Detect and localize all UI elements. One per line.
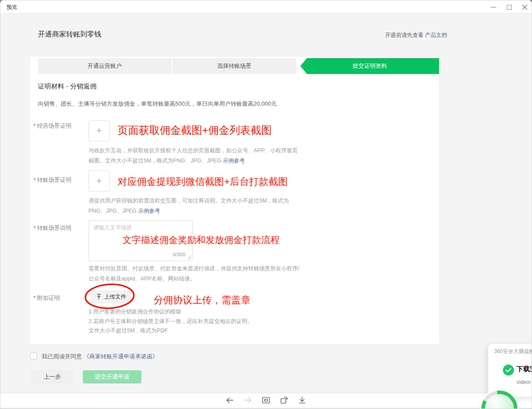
download-icon [297,395,307,405]
required-asterisk: * [33,295,36,301]
close-button[interactable] [518,0,531,14]
doc-hint-text: 开通前请先查看 [385,32,424,38]
minimize-icon [491,7,496,7]
fit-window-button[interactable] [261,395,271,405]
check-circle-icon [503,365,514,376]
back-icon [225,395,235,405]
required-asterisk: * [33,177,36,183]
doc-hint-row: 开通前请先查看 产品文档 [385,32,447,39]
agreement-checkbox[interactable] [30,353,37,359]
commitment-letter-link[interactable]: 《商家转账开通申请承诺函》 [84,353,158,360]
forward-icon [243,395,253,405]
help-business-scene: 与收款方互动，并获取收款方授权个人信息的页面截图，如公众号、APP、小程序首页 … [89,146,298,166]
close-icon [522,4,528,10]
field-label-additional-proof: *附加证明 [33,294,60,302]
minimize-button[interactable] [487,0,500,14]
field-label-transfer-scene-proof: *转账场景证明 [33,176,71,184]
product-doc-link[interactable]: 产品文档 [425,32,447,38]
section-title: 证明材料 - 分销返佣 [38,82,96,91]
back-button[interactable] [225,395,235,405]
help-additional-proof: 1.用户签署的分销返佣合作协议的模版 2.若商户号主体和分销场景主体不一致，还应… [89,307,253,336]
toolbar-icons [225,395,307,405]
required-asterisk: * [33,225,36,231]
upload-file-button[interactable]: 上传文件 [91,290,131,303]
plus-icon: + [96,176,102,186]
field-label-transfer-scene-desc: *转账场景说明 [33,224,71,232]
help-scene-description: 需要对付款原因、付款场景、付款资金来源进行描述，并提供支持转账场景所在小程序/ … [89,264,299,284]
textarea-placeholder: 请输入文字描述 [93,224,132,232]
example-reference-link-1[interactable]: 示例参考 [223,158,245,164]
transfer-scene-upload-box[interactable]: + [89,170,110,192]
fit-window-icon [261,395,271,405]
popup-header: 360安全大脑提醒 [494,348,532,355]
forward-button[interactable] [243,395,253,405]
step-open-operating-account[interactable]: 开通运营账户 [38,58,171,74]
example-reference-link-2[interactable]: 示例参考 [138,208,160,214]
annotation-additional-proof: 分佣协议上传，需盖章 [154,294,251,307]
preview-window: 预览 开通商家转账到零钱 开通前请先查看 产品文档 开通运营账户 选择转账场景 … [0,0,532,409]
rotate-button[interactable] [279,395,289,405]
titlebar: 预览 [0,0,532,14]
annotation-scene-description: 文字描述佣金奖励和发放佣金打款流程 [122,234,280,246]
char-counter: 0/300 [173,252,185,257]
help-transfer-scene: 请提供用户获得钱的前置流程交互图，可加注释说明。文件大小不超过5M，格式为 PN… [89,196,289,216]
business-scene-upload-box[interactable]: + [89,120,110,141]
rotate-icon [279,395,289,405]
download-button[interactable] [297,395,307,405]
step-select-transfer-scene[interactable]: 选择转账场景 [172,58,296,74]
page-title: 开通商家转账到零钱 [38,30,101,39]
progress-ball-inner [485,394,514,409]
previous-step-button[interactable]: 上一步 [30,370,74,383]
step-submit-proof-active[interactable]: 提交证明资料 [300,58,439,74]
section-description: 向销售、团长、主播等分销方发放佣金，单笔转账最高500元，单日向单用户转账最高2… [38,100,277,108]
required-asterisk: * [33,122,36,129]
annotation-business-scene: 页面获取佣金截图+佣金列表截图 [118,123,272,137]
download-filename: videol [517,379,530,385]
upload-icon [96,294,102,300]
resize-handle-icon[interactable] [187,255,192,260]
field-label-business-scene-proof: *经营场景证明 [33,122,71,130]
annotation-transfer-scene: 对应佣金提现到微信截图+后台打款截图 [118,175,288,188]
submit-application-button[interactable]: 提交开通申请 [83,370,141,383]
plus-icon: + [96,126,102,136]
security-popup-360: 360安全大脑提醒 下载完 videol [488,343,532,397]
maximize-icon [507,5,512,10]
agreement-text: 我已阅读并同意 《商家转账开通申请承诺函》 [42,353,158,361]
download-status-text: 下载完 [517,365,532,373]
maximize-button[interactable] [502,0,516,14]
window-title: 预览 [7,0,17,14]
